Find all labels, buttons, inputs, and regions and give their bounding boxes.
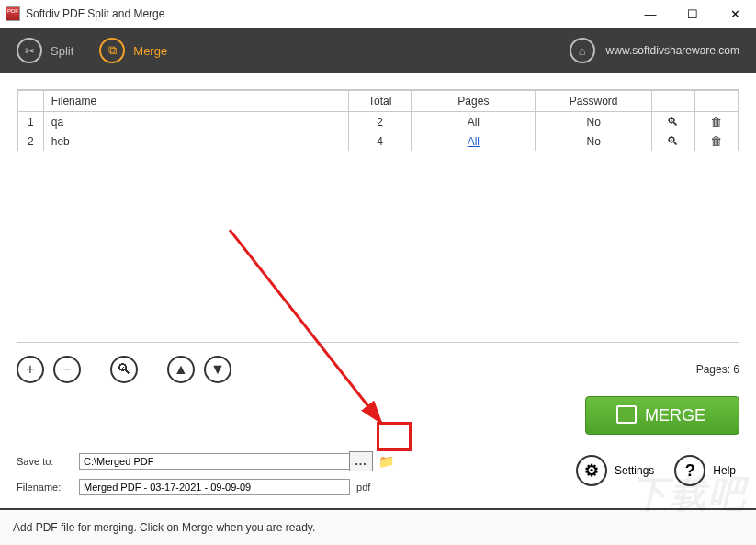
- merge-icon: ⧉: [99, 38, 125, 63]
- statusbar: Add PDF file for merging. Click on Merge…: [0, 508, 756, 545]
- app-icon: [6, 6, 20, 21]
- merge-button-label: MERGE: [645, 406, 705, 426]
- minimize-button[interactable]: ―: [629, 0, 671, 28]
- website-link[interactable]: www.softdivshareware.com: [606, 44, 739, 57]
- preview-icon[interactable]: 🔍︎: [651, 131, 694, 151]
- cell-password: No: [536, 131, 652, 151]
- merge-button[interactable]: MERGE: [585, 396, 739, 435]
- split-tab[interactable]: ✂ Split: [17, 38, 73, 63]
- settings-button[interactable]: ⚙ Settings: [576, 455, 654, 486]
- settings-label: Settings: [615, 464, 654, 477]
- status-text: Add PDF file for merging. Click on Merge…: [13, 521, 315, 534]
- maximize-button[interactable]: ☐: [671, 0, 714, 28]
- table-row[interactable]: 2 heb 4 All No 🔍︎ 🗑: [18, 131, 739, 151]
- browse-button[interactable]: ...: [349, 451, 373, 471]
- col-password[interactable]: Password: [536, 91, 652, 112]
- file-grid: Filename Total Pages Password 1 qa 2 All…: [17, 89, 739, 343]
- main-toolbar: ✂ Split ⧉ Merge ⌂ www.softdivshareware.c…: [0, 28, 756, 73]
- filename-input[interactable]: [79, 479, 350, 495]
- trash-icon[interactable]: 🗑: [694, 112, 738, 132]
- cell-total: 2: [348, 112, 411, 132]
- folder-icon[interactable]: 📁: [378, 454, 394, 469]
- close-button[interactable]: ✕: [714, 0, 756, 28]
- file-ext: .pdf: [354, 482, 370, 493]
- filename-label: Filename:: [17, 482, 79, 493]
- col-delete[interactable]: [694, 91, 738, 112]
- cell-pages[interactable]: All: [412, 131, 536, 151]
- remove-button[interactable]: −: [53, 356, 81, 383]
- trash-icon[interactable]: 🗑: [694, 131, 738, 151]
- cell-password: No: [536, 112, 652, 132]
- save-to-input[interactable]: [79, 453, 350, 470]
- save-to-label: Save to:: [17, 456, 79, 467]
- col-total[interactable]: Total: [348, 91, 411, 112]
- cell-pages[interactable]: All: [412, 112, 536, 132]
- cell-num: 2: [18, 131, 44, 151]
- col-pages[interactable]: Pages: [412, 91, 536, 112]
- cell-filename: qa: [43, 112, 348, 132]
- titlebar: Softdiv PDF Split and Merge ― ☐ ✕: [0, 0, 756, 28]
- help-button[interactable]: ? Help: [674, 455, 736, 486]
- merge-tab[interactable]: ⧉ Merge: [99, 38, 167, 63]
- move-up-button[interactable]: ▲: [167, 356, 195, 383]
- col-num[interactable]: [18, 91, 44, 112]
- scissors-icon: ✂: [17, 38, 42, 63]
- cell-num: 1: [18, 112, 44, 132]
- split-label: Split: [51, 44, 73, 58]
- help-icon: ?: [674, 455, 705, 486]
- merge-label: Merge: [133, 44, 167, 58]
- move-down-button[interactable]: ▼: [204, 356, 231, 383]
- help-label: Help: [713, 464, 736, 477]
- col-filename[interactable]: Filename: [43, 91, 348, 112]
- preview-icon[interactable]: 🔍︎: [651, 112, 694, 132]
- preview-button[interactable]: 🔍︎: [110, 356, 138, 383]
- gear-icon: ⚙: [576, 455, 607, 486]
- col-preview[interactable]: [651, 91, 694, 112]
- cell-total: 4: [348, 131, 411, 151]
- add-button[interactable]: +: [17, 356, 44, 383]
- copy-icon: [619, 408, 636, 423]
- pages-total: Pages: 6: [696, 363, 739, 376]
- cell-filename: heb: [43, 131, 348, 151]
- window-title: Softdiv PDF Split and Merge: [26, 7, 164, 20]
- table-row[interactable]: 1 qa 2 All No 🔍︎ 🗑: [18, 112, 739, 132]
- home-icon[interactable]: ⌂: [570, 38, 595, 63]
